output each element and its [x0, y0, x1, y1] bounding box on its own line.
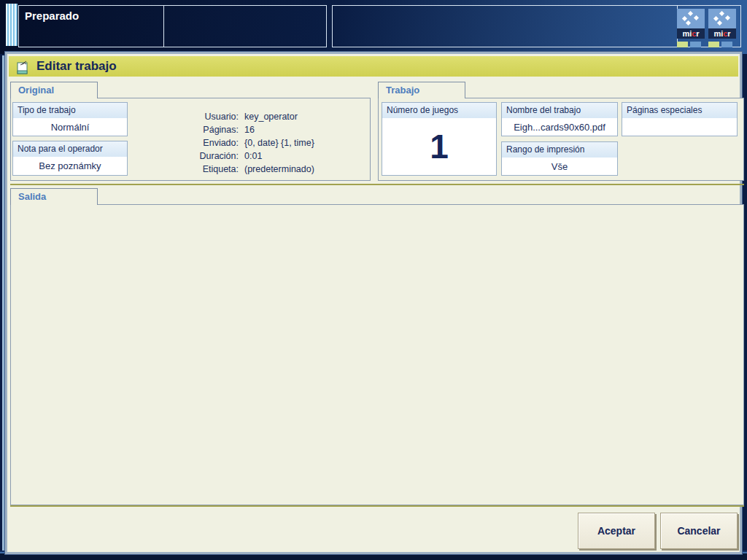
accept-label: Aceptar	[597, 525, 635, 537]
job-info-block: Usuario:key_operator Páginas:16 Enviado:…	[183, 112, 371, 177]
info-row: Enviado:{0, date} {1, time}	[183, 138, 371, 148]
blue-chip	[690, 42, 701, 47]
print-range-label: Rango de impresión	[502, 142, 617, 158]
micr-icon: micr	[677, 9, 705, 47]
tab-original[interactable]: Original	[10, 82, 98, 98]
info-row: Etiqueta:(predeterminado)	[183, 164, 371, 174]
salida-panel	[10, 204, 744, 505]
original-panel: Tipo de trabajo Normální Nota para el op…	[10, 98, 371, 181]
system-status-bar: Preparado micr micr	[0, 0, 747, 54]
operator-note-button[interactable]: Nota para el operador Bez poznámky	[12, 141, 128, 176]
dialog-title: Editar trabajo	[36, 59, 117, 74]
tab-trabajo-label: Trabajo	[386, 85, 419, 96]
job-name-button[interactable]: Nombre del trabajo Eigh...cards90x60.pdf	[501, 102, 618, 136]
micr-indicators: micr micr	[677, 9, 736, 47]
green-chip	[708, 42, 719, 47]
status-panel: Preparado	[18, 5, 327, 47]
window-frame-accent	[0, 552, 747, 553]
green-chip	[677, 42, 688, 47]
blue-chip	[721, 42, 732, 47]
number-of-sets-label: Número de juegos	[382, 103, 496, 118]
special-pages-value	[622, 118, 737, 136]
tab-salida-label: Salida	[18, 191, 46, 202]
job-type-button[interactable]: Tipo de trabajo Normální	[12, 102, 128, 136]
cancel-label: Cancelar	[677, 525, 720, 537]
job-name-label: Nombre del trabajo	[502, 103, 617, 118]
print-range-button[interactable]: Rango de impresión Vše	[501, 141, 618, 176]
accept-button[interactable]: Aceptar	[578, 513, 655, 549]
indicator-panel: micr micr	[332, 5, 741, 47]
info-row: Páginas:16	[183, 125, 371, 135]
job-name-value: Eigh...cards90x60.pdf	[502, 118, 617, 136]
edit-job-icon	[16, 60, 31, 74]
micr-dots-icon	[708, 9, 736, 28]
number-of-sets-value: 1	[430, 127, 449, 166]
special-pages-button[interactable]: Páginas especiales	[622, 102, 738, 136]
dialog-title-bar: Editar trabajo	[9, 56, 738, 77]
special-pages-label: Páginas especiales	[622, 103, 737, 118]
micr-icon: micr	[708, 9, 736, 47]
printer-status: Preparado	[25, 9, 79, 22]
screen: Preparado micr micr	[0, 0, 747, 560]
job-type-value: Normální	[13, 118, 127, 136]
trabajo-panel: Número de juegos 1 Nombre del trabajo Ei…	[378, 98, 744, 181]
tab-salida[interactable]: Salida	[10, 188, 98, 205]
operator-note-value: Bez poznámky	[13, 157, 127, 175]
number-of-sets-button[interactable]: Número de juegos 1	[382, 102, 497, 176]
stripe-decoration	[6, 4, 18, 46]
cancel-button[interactable]: Cancelar	[660, 513, 738, 549]
job-type-label: Tipo de trabajo	[13, 103, 127, 118]
info-row: Duración:0:01	[183, 151, 371, 161]
tab-original-label: Original	[18, 85, 54, 96]
footer-separator	[10, 505, 744, 507]
section-separator	[10, 184, 744, 185]
info-row: Usuario:key_operator	[183, 112, 371, 122]
micr-dots-icon	[677, 9, 705, 28]
panel-divider	[163, 6, 164, 47]
tab-trabajo[interactable]: Trabajo	[378, 82, 465, 98]
window-frame-highlight	[2, 55, 7, 551]
operator-note-label: Nota para el operador	[13, 141, 127, 157]
edit-job-dialog: Editar trabajo Original Tipo de trabajo …	[7, 54, 740, 552]
print-range-value: Vše	[502, 158, 617, 175]
micr-label: micr	[708, 28, 736, 39]
micr-label: micr	[677, 28, 705, 39]
